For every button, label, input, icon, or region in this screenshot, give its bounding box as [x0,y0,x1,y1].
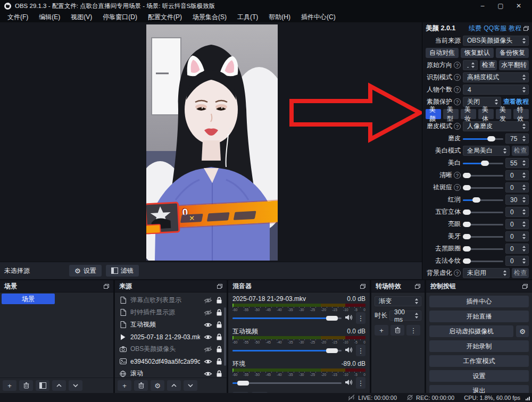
clarity-slider[interactable] [463,171,503,180]
menu-item[interactable]: 配置文件(P) [143,12,187,22]
orientation-select[interactable]: 上 [463,60,478,70]
menu-item[interactable]: 停靠窗口(D) [97,12,143,22]
transition-menu-button[interactable]: ⋮ [406,325,420,336]
popout-icon[interactable] [522,284,528,289]
source-row[interactable]: 互动视频 [115,319,227,331]
qq-support-link[interactable]: QQ客服 [484,24,506,33]
duration-spinner[interactable]: 300 ms [389,311,421,321]
scene-filters-button[interactable] [36,380,49,391]
channel-menu-button[interactable]: ⋮ [356,312,365,324]
lock-toggle-icon[interactable] [216,346,222,353]
lock-toggle-icon[interactable] [216,333,222,340]
menu-item[interactable]: 帮助(H) [263,12,296,22]
volume-slider[interactable] [232,347,342,354]
channel-menu-button[interactable]: ⋮ [356,345,365,356]
studio-mode-button[interactable]: 工作室模式 [429,355,529,367]
source-row[interactable]: 时钟插件显示源 [115,306,227,319]
contour-value-spinner[interactable]: 0 [505,207,529,217]
plugin-center-button[interactable]: 插件中心 [429,296,529,307]
rosy-value-spinner[interactable]: 30 [505,195,529,205]
move-scene-up-button[interactable] [52,380,66,391]
menu-item[interactable]: 插件中心(C) [296,12,341,22]
maximize-button[interactable]: ▢ [492,0,510,12]
whiten-value-spinner[interactable]: 55 [505,158,529,168]
move-source-up-button[interactable] [167,380,181,391]
menu-item[interactable]: 视图(V) [65,12,97,22]
popout-icon[interactable] [415,284,420,289]
popout-icon[interactable] [217,284,222,289]
blemish-value-spinner[interactable]: 0 [505,182,529,192]
bright-eyes-slider[interactable] [463,220,503,229]
close-button[interactable]: ✕ [510,0,528,12]
visibility-toggle-icon[interactable] [204,297,212,304]
menu-item[interactable]: 编辑(E) [34,12,65,22]
blemish-slider[interactable] [463,183,503,192]
speaker-icon[interactable] [345,347,353,355]
beauty-tab[interactable]: 美颜 [426,109,441,119]
beauty-tab[interactable]: 美妆 [461,109,476,119]
people-count-spinner[interactable]: 4 [463,85,529,95]
popout-icon[interactable] [104,284,109,289]
visibility-toggle-icon[interactable] [204,346,212,353]
help-icon[interactable]: ? [454,98,461,105]
visibility-toggle-icon[interactable] [204,334,212,340]
help-icon[interactable]: ? [454,172,461,179]
beauty-tab[interactable]: 特效 [513,109,529,119]
white-check-button[interactable]: 检查 [512,146,529,156]
source-row[interactable]: e394502df49aa5fc2a99cd2e7c [115,355,227,367]
virtual-camera-settings-button[interactable]: ⚙ [516,325,529,337]
smooth-slider[interactable] [463,134,503,144]
popout-icon[interactable] [523,26,529,31]
teeth-slider[interactable] [463,232,503,241]
autofocus-button[interactable]: 自动对焦 [426,48,459,58]
move-scene-down-button[interactable] [69,380,82,391]
nasolabial-slider[interactable] [463,256,503,266]
menu-item[interactable]: 工具(T) [232,12,263,22]
transition-type-select[interactable]: 渐变 [375,296,421,306]
bg-blur-check-button[interactable]: 检查 [512,268,529,278]
smooth-value-spinner[interactable]: 75 [505,133,529,144]
remove-source-button[interactable] [134,380,148,391]
clarity-value-spinner[interactable]: 0 [505,170,529,180]
add-transition-button[interactable]: + [375,325,388,336]
source-settings-button[interactable]: ⚙ 设置 [69,265,102,277]
source-properties-button[interactable]: ⚙ [151,380,164,391]
recognition-mode-select[interactable]: 高精度模式 [463,72,529,82]
popout-icon[interactable] [360,284,365,289]
add-scene-button[interactable]: + [3,380,16,391]
visibility-toggle-icon[interactable] [204,309,212,316]
add-source-button[interactable]: + [118,380,131,391]
dark-circle-value-spinner[interactable]: 0 [505,244,529,254]
current-source-select[interactable]: OBS美颜摄像头 [463,36,529,46]
speaker-icon[interactable] [345,314,353,322]
help-icon[interactable]: ? [454,62,461,69]
beauty-tab[interactable]: 美型 [443,109,459,119]
help-icon[interactable]: ? [454,270,461,277]
renew-link[interactable]: 续费 [469,24,481,33]
volume-slider[interactable] [232,314,342,322]
lock-toggle-icon[interactable] [216,309,222,316]
source-row[interactable]: 滚动 [115,367,227,378]
white-mode-select[interactable]: 全局美白 [463,146,510,156]
orientation-check-button[interactable]: 检查 [480,60,497,70]
whiten-slider[interactable] [463,158,503,168]
nasolabial-value-spinner[interactable]: 0 [505,256,529,266]
source-filters-button[interactable]: 滤镜 [106,265,139,277]
bright-eyes-value-spinner[interactable]: 0 [505,219,529,229]
exit-button[interactable]: 退出 [429,385,529,393]
sources-scrollbar[interactable] [224,307,226,366]
backup-restore-button[interactable]: 备份恢复 [496,48,529,58]
start-streaming-button[interactable]: 开始直播 [429,311,529,322]
visibility-toggle-icon[interactable] [204,371,212,377]
help-icon[interactable]: ? [454,123,461,130]
help-icon[interactable]: ? [454,184,461,191]
tutorial-link[interactable]: 教程 [509,24,521,33]
source-row[interactable]: 2025-07-18 21-29-03.mkv [115,331,227,343]
beauty-tab[interactable]: 美体 [478,109,494,119]
move-source-down-button[interactable] [184,380,197,391]
channel-menu-button[interactable]: ⋮ [356,377,365,389]
settings-button[interactable]: 设置 [429,370,529,382]
scene-item[interactable]: 场景 [2,294,55,304]
source-row[interactable]: OBS美颜摄像头 [115,343,227,355]
lock-toggle-icon[interactable] [216,358,222,365]
